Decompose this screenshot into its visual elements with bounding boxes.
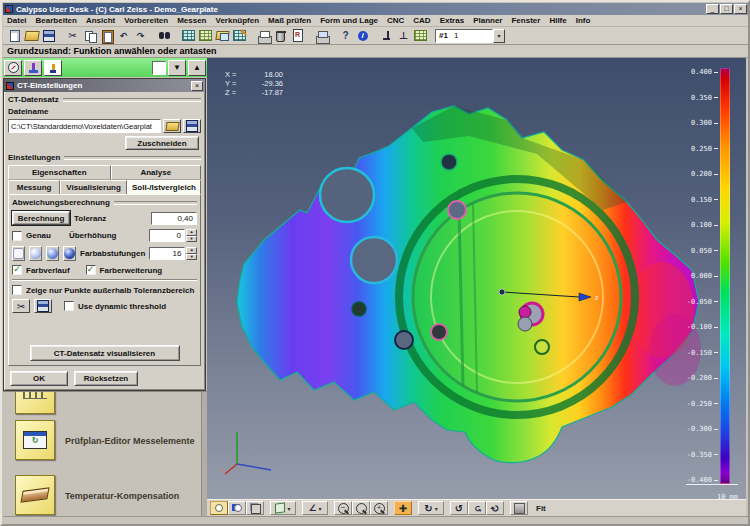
sphere-style-dark-button[interactable] [63, 246, 76, 261]
exact-checkbox[interactable] [12, 231, 22, 241]
tolerance-field[interactable]: 0,40 [151, 212, 197, 225]
dialog-title-bar[interactable]: CT-Einstellungen × [4, 79, 205, 92]
probe-selector[interactable]: #1 1 ▾ [435, 29, 505, 43]
report-table-button[interactable] [197, 28, 214, 43]
spin-down-icon[interactable]: ▼ [186, 254, 197, 261]
gauge-button[interactable] [4, 60, 22, 76]
scale-tick: 0.100 [679, 221, 712, 229]
probe-toolbar-button[interactable] [378, 28, 395, 43]
dialog-close-icon[interactable]: × [191, 81, 203, 91]
probe-quick-button[interactable] [44, 60, 62, 76]
menu-item[interactable]: Vorbereiten [124, 16, 168, 25]
rotate-z-button[interactable] [486, 501, 504, 515]
cut-button[interactable] [64, 28, 81, 43]
ok-button[interactable]: OK [10, 371, 68, 386]
menu-item[interactable]: CNC [387, 16, 404, 25]
save-file-button[interactable] [183, 119, 201, 133]
pan-button[interactable] [394, 501, 412, 515]
menu-item[interactable]: Planner [473, 16, 502, 25]
new-document-button[interactable] [6, 28, 23, 43]
sidebar-item-temperature[interactable] [15, 475, 55, 515]
report-grid-button[interactable] [412, 28, 429, 43]
find-button[interactable] [156, 28, 173, 43]
tab-eigenschaften[interactable]: Eigenschaften [8, 165, 111, 180]
print-button[interactable] [255, 28, 272, 43]
table-edit-button[interactable] [231, 28, 248, 43]
help-button[interactable] [337, 28, 354, 43]
cmm-button[interactable] [24, 60, 42, 76]
tab-messung[interactable]: Messung [8, 180, 60, 195]
plan-folder-button[interactable] [214, 28, 231, 43]
crop-button[interactable]: Zuschneiden [125, 136, 199, 150]
menu-item[interactable]: Fenster [511, 16, 540, 25]
report-doc-button[interactable] [289, 28, 306, 43]
axis-view-button[interactable] [302, 501, 328, 515]
delete-button[interactable] [272, 28, 289, 43]
gradient-checkbox[interactable] [12, 265, 22, 275]
close-button[interactable]: × [734, 4, 747, 14]
maximize-button[interactable]: □ [720, 4, 733, 14]
outside-tolerance-checkbox[interactable] [12, 285, 22, 295]
exaggeration-spinner[interactable]: 0 ▲▼ [149, 229, 197, 242]
menu-item[interactable]: Verknüpfen [216, 16, 260, 25]
zoom-out-button[interactable] [334, 501, 352, 515]
menu-item[interactable]: Bearbeiten [36, 16, 77, 25]
cube-mode-button[interactable] [246, 501, 264, 515]
visualize-ct-button[interactable]: CT-Datensatz visualisieren [30, 345, 180, 361]
sidebar-item-plan-editor[interactable] [15, 420, 55, 460]
view-orientation-button[interactable] [270, 501, 296, 515]
sphere-style-flat-button[interactable] [12, 246, 25, 261]
menu-item[interactable]: Messen [177, 16, 206, 25]
menu-item[interactable]: Form und Lage [320, 16, 378, 25]
spin-down-icon[interactable]: ▼ [186, 236, 197, 243]
probe-up-button[interactable] [188, 60, 206, 76]
probe-down-button[interactable] [168, 60, 186, 76]
crop-points-button[interactable] [12, 299, 30, 313]
extension-checkbox[interactable] [86, 265, 96, 275]
menu-item[interactable]: Info [576, 16, 591, 25]
speed-field[interactable] [152, 61, 166, 75]
sphere-style-light-button[interactable] [29, 246, 42, 261]
filename-input[interactable] [8, 119, 161, 133]
open-folder-button[interactable] [23, 28, 40, 43]
menu-item[interactable]: Datei [7, 16, 27, 25]
scale-tick: 0.250 [679, 145, 712, 153]
menu-item[interactable]: Hilfe [549, 16, 566, 25]
viewport-3d[interactable]: X =18.00 Y =-29.36 Z =-17.87 [207, 58, 746, 516]
calculate-button[interactable]: Berechnung [12, 211, 70, 225]
menu-item[interactable]: Ansicht [86, 16, 115, 25]
paste-button[interactable] [98, 28, 115, 43]
zoom-in-button[interactable] [370, 501, 388, 515]
save-button[interactable] [40, 28, 57, 43]
plan-editor-label: Prüfplan-Editor Messelemente [65, 436, 195, 446]
copy-button[interactable] [81, 28, 98, 43]
browse-folder-button[interactable] [163, 119, 181, 133]
dynamic-threshold-checkbox[interactable] [64, 301, 74, 311]
color-steps-spinner[interactable]: 16 ▲▼ [149, 247, 197, 260]
info-button[interactable] [354, 28, 371, 43]
reset-button[interactable]: Rücksetzen [74, 371, 138, 386]
menu-item[interactable]: Maß prüfen [268, 16, 311, 25]
menu-item[interactable]: Extras [440, 16, 464, 25]
probe-selector-arrow-icon[interactable]: ▾ [493, 29, 505, 43]
tab-soll-istvergleich[interactable]: Soll-/Istvergleich [127, 180, 201, 195]
menu-item[interactable]: CAD [413, 16, 430, 25]
tab-visualisierung[interactable]: Visualisierung [60, 180, 127, 195]
redo-button[interactable] [132, 28, 149, 43]
point-mode-button[interactable] [210, 501, 228, 515]
sidebar-item-tool[interactable] [15, 391, 55, 414]
feature-table-button[interactable] [180, 28, 197, 43]
tab-analyse[interactable]: Analyse [111, 165, 201, 180]
render-mode-button[interactable] [510, 501, 528, 515]
rotate-mode-button[interactable] [418, 501, 444, 515]
rotate-y-button[interactable] [468, 501, 486, 515]
sphere-style-medium-button[interactable] [46, 246, 59, 261]
feature-mode-button[interactable] [228, 501, 246, 515]
save-points-button[interactable] [34, 299, 52, 313]
undo-button[interactable] [115, 28, 132, 43]
probe-change-button[interactable] [395, 28, 412, 43]
rotate-x-button[interactable] [450, 501, 468, 515]
print-report-button[interactable] [313, 28, 330, 43]
zoom-window-button[interactable] [352, 501, 370, 515]
minimize-button[interactable]: _ [706, 4, 719, 14]
